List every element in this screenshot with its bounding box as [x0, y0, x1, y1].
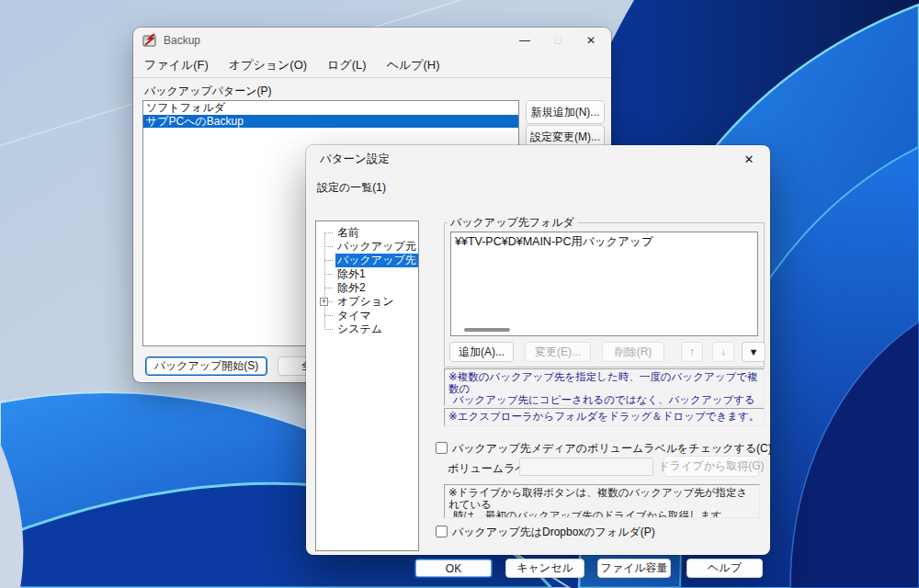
volume-label-input[interactable] [519, 458, 653, 476]
pattern-list-item-selected[interactable]: サブPCへのBackup [143, 115, 518, 129]
delete-folder-button[interactable]: 削除(R) [602, 342, 664, 362]
destination-group-label: バックアップ先フォルダ [448, 215, 577, 231]
start-backup-button[interactable]: バックアップ開始(S) [145, 356, 267, 376]
destination-folder-list[interactable]: ¥¥TV-PC¥D¥MAIN-PC用バックアップ [450, 232, 758, 336]
tree-item-system[interactable]: システム [316, 322, 418, 336]
move-down-button[interactable]: ↓ [712, 342, 734, 362]
get-from-drive-button[interactable]: ドライブから取得(G) [664, 456, 759, 477]
menu-options[interactable]: オプション(O) [219, 57, 317, 74]
ok-button[interactable]: OK [414, 559, 493, 578]
drive-button-note: ※ドライブから取得ボタンは、複数のバックアップ先が指定されている 時は、最初のバ… [444, 484, 760, 518]
move-up-button[interactable]: ↑ [681, 342, 703, 362]
horizontal-scrollbar[interactable] [464, 328, 510, 332]
tree-item-exclude1[interactable]: 除外1 [316, 267, 418, 281]
dialog-titlebar[interactable]: パターン設定 ✕ [306, 145, 770, 173]
menu-bar: ファイル(F) オプション(O) ログ(L) ヘルプ(H) [133, 53, 611, 78]
dropbox-checkbox-label: バックアップ先はDropboxのフォルダ(P) [452, 525, 655, 540]
settings-tree-label: 設定の一覧(1) [317, 180, 386, 196]
change-folder-button[interactable]: 変更(E)... [525, 342, 591, 362]
maximize-icon[interactable]: □ [541, 29, 574, 51]
new-pattern-button[interactable]: 新規追加(N)... [526, 100, 605, 124]
settings-tree[interactable]: 名前 バックアップ元 バックアップ先 除外1 除外2 + オプション タイマ シ… [315, 220, 419, 551]
file-size-button[interactable]: ファイル容量 [597, 559, 671, 578]
tree-item-exclude2[interactable]: 除外2 [316, 281, 418, 295]
cancel-button[interactable]: キャンセル [505, 559, 584, 578]
tree-item-name[interactable]: 名前 [316, 226, 418, 240]
folder-menu-button[interactable]: ▼ [742, 342, 766, 362]
pattern-list-item[interactable]: ソフトフォルダ [143, 101, 518, 115]
dropbox-checkbox[interactable] [436, 526, 448, 537]
multi-destination-note: ※複数のバックアップ先を指定した時、一度のバックアップで複数の バックアップ先に… [444, 368, 765, 406]
desktop: Backup — □ ✕ ファイル(F) オプション(O) ログ(L) ヘルプ(… [0, 0, 919, 588]
pattern-settings-dialog: パターン設定 ✕ 設定の一覧(1) 名前 バックアップ元 バックアップ先 除外1… [306, 145, 770, 555]
tree-item-backup-source[interactable]: バックアップ元 [316, 240, 418, 254]
window-title: Backup [164, 34, 200, 47]
tree-expand-icon[interactable]: + [320, 298, 328, 306]
destination-folder-path[interactable]: ¥¥TV-PC¥D¥MAIN-PC用バックアップ [451, 232, 757, 252]
tree-item-options[interactable]: + オプション [316, 295, 418, 309]
add-folder-button[interactable]: 追加(A)... [449, 342, 514, 362]
menu-help[interactable]: ヘルプ(H) [377, 57, 450, 74]
tree-item-timer[interactable]: タイマ [316, 309, 418, 322]
volume-label-checkbox[interactable] [436, 442, 448, 454]
volume-label-checkbox-label: バックアップ先メディアのボリュームラベルをチェックする(C) [452, 441, 772, 457]
menu-log[interactable]: ログ(L) [317, 57, 377, 74]
tree-item-backup-destination[interactable]: バックアップ先 [316, 254, 418, 267]
backup-app-icon [142, 33, 157, 48]
pattern-list-label: バックアップパターン(P) [144, 84, 272, 99]
minimize-icon[interactable]: — [508, 29, 541, 51]
help-button[interactable]: ヘルプ [686, 559, 763, 578]
drag-drop-note: ※エクスプローラからフォルダをドラッグ＆ドロップできます。 [444, 408, 765, 426]
close-icon[interactable]: ✕ [733, 147, 765, 171]
backup-window-titlebar[interactable]: Backup — □ ✕ [133, 28, 611, 53]
dialog-title: パターン設定 [320, 152, 390, 167]
menu-file[interactable]: ファイル(F) [144, 57, 219, 74]
close-icon[interactable]: ✕ [574, 29, 607, 51]
